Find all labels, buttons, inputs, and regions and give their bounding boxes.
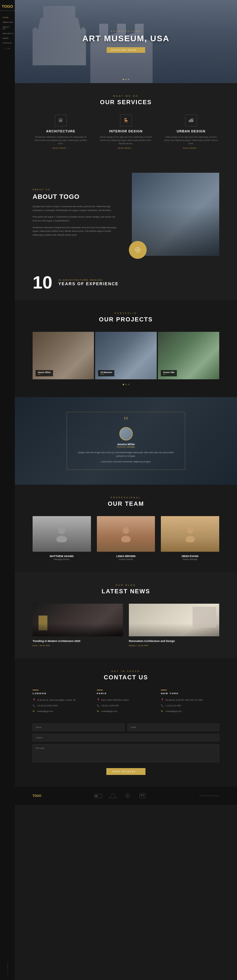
contact-newyork-email: ✉ contact@togo.com bbox=[161, 709, 219, 714]
contact-section: GET IN TOUCH CONTACT US LONDON 📍 14 Arco… bbox=[15, 658, 237, 787]
nav-services[interactable]: SERVICES bbox=[2, 21, 13, 24]
svg-rect-13 bbox=[139, 793, 145, 798]
contact-name-input[interactable] bbox=[33, 724, 125, 731]
architecture-icon: 🏛 bbox=[55, 115, 67, 126]
main-content: ARCHITECTURE ART MUSEUM, USA DISCOVER MO… bbox=[15, 0, 237, 805]
nav-projects[interactable]: PROJECTS bbox=[2, 32, 13, 35]
email-icon-ny: ✉ bbox=[161, 709, 164, 714]
services-section: WHAT WE DO OUR SERVICES 🏛 Architecture A… bbox=[15, 83, 237, 161]
nav-contact[interactable]: CONTACT bbox=[2, 41, 13, 45]
project-mansion-label: IVI Mansion NYC bbox=[98, 370, 114, 376]
hero-dot-1[interactable] bbox=[123, 79, 124, 80]
service-architecture-link[interactable]: READ MORE → bbox=[33, 147, 89, 149]
news-meta-1: Event | Jan 20, 2020 bbox=[33, 644, 123, 646]
location-icon-paris: 📍 bbox=[97, 698, 100, 703]
social-facebook[interactable]: f bbox=[5, 48, 5, 49]
hero-dot-2[interactable] bbox=[125, 79, 127, 80]
team-name-3: Heidi Evans bbox=[161, 555, 219, 558]
london-address-text: 14 Arcove St, Lower Kensington, London, … bbox=[37, 698, 76, 702]
news-item-2[interactable]: Renovation Architecture and Design Eleme… bbox=[129, 604, 219, 646]
team-member-3: Heidi Evans Finance Manager bbox=[161, 516, 219, 560]
svg-point-4 bbox=[121, 536, 131, 542]
project-house-location: CA bbox=[38, 373, 51, 375]
project-mansion[interactable]: IVI Mansion NYC bbox=[95, 332, 156, 379]
service-interior: 🪑 Interior Design Interior design at non… bbox=[98, 115, 154, 149]
footer-copyright: © 2019 Togo Architecture bbox=[199, 795, 219, 797]
news-title: LATEST NEWS bbox=[33, 588, 219, 595]
project-villa-name: Dream Villa bbox=[163, 371, 174, 373]
service-architecture: 🏛 Architecture Architecture bibendum vol… bbox=[33, 115, 89, 149]
news-title-1: Trending in Modern Architecture 2020 bbox=[33, 639, 123, 643]
partner-1 bbox=[93, 793, 103, 799]
contact-london: LONDON 📍 14 Arcove St, Lower Kensington,… bbox=[33, 690, 91, 715]
testimonial-box: " Jessica White Drone Inc, Manager Quali… bbox=[67, 412, 185, 470]
about-label: ABOUT US bbox=[33, 188, 120, 191]
hero-dot-3[interactable] bbox=[128, 79, 130, 80]
footer: TOGO bbox=[15, 787, 237, 805]
team-title: OUR TEAM bbox=[33, 500, 219, 507]
services-title: OUR SERVICES bbox=[33, 99, 219, 106]
partner-2 bbox=[108, 793, 117, 799]
nav-news[interactable]: NEWS bbox=[2, 37, 13, 40]
contact-submit-button[interactable]: SEND MESSAGE → bbox=[106, 768, 146, 775]
projects-dot-1[interactable] bbox=[123, 384, 124, 385]
testimonial-extra: Lorem ipsum sed amet consectetur adipisc… bbox=[76, 460, 176, 464]
interior-icon: 🪑 bbox=[120, 115, 132, 126]
about-image-column bbox=[132, 173, 219, 256]
service-interior-link[interactable]: READ MORE → bbox=[98, 147, 154, 149]
contact-message-input[interactable] bbox=[33, 745, 219, 762]
contact-paris-city: PARIS bbox=[97, 690, 155, 695]
testimonial-text: Quality: Duet like at eget sed mi and my… bbox=[76, 451, 176, 458]
project-mansion-location: NYC bbox=[100, 373, 112, 375]
contact-newyork-info: 📍 5th Avenue, Suite 987, New York, NY 10… bbox=[161, 698, 219, 714]
projects-dot-3[interactable] bbox=[128, 384, 130, 385]
brand-subtitle: ARCHITECTURE bbox=[0, 10, 17, 11]
contact-paris-phone: 📞 +33 (0) 1 2345 6789 bbox=[97, 703, 155, 708]
project-house-name: House Office bbox=[38, 371, 51, 373]
nav-about[interactable]: ABOUT US bbox=[2, 25, 13, 30]
projects-dots bbox=[33, 384, 219, 385]
team-photo-2 bbox=[97, 516, 155, 552]
years-section: 10 IN ARCHITECTURE DESIGN YEARS OF EXPER… bbox=[15, 268, 237, 300]
svg-rect-15 bbox=[143, 794, 144, 795]
service-urban-link[interactable]: READ MORE → bbox=[163, 147, 219, 149]
hero-content: ARCHITECTURE ART MUSEUM, USA DISCOVER MO… bbox=[82, 30, 169, 53]
contact-london-city: LONDON bbox=[33, 690, 91, 695]
team-role-2: Creative Director bbox=[97, 558, 155, 560]
svg-point-1 bbox=[58, 527, 65, 534]
service-urban-title: Urban Design bbox=[163, 129, 219, 133]
news-item-1[interactable]: Trending in Modern Architecture 2020 Eve… bbox=[33, 604, 123, 646]
team-section: PROFESSIONAL OUR TEAM Matthew Adams Mana… bbox=[15, 485, 237, 572]
email-icon: ✉ bbox=[33, 709, 36, 714]
team-role-1: Managing Director bbox=[33, 558, 91, 560]
projects-dot-2[interactable] bbox=[125, 384, 127, 385]
email-icon-paris: ✉ bbox=[97, 709, 100, 714]
svg-rect-8 bbox=[95, 795, 98, 797]
hero-discover-button[interactable]: DISCOVER MORE → bbox=[107, 47, 145, 53]
service-interior-desc: Interior design at non eget lacus the ma… bbox=[98, 135, 154, 145]
years-number: 10 bbox=[33, 274, 52, 291]
nav-menu: HOME SERVICES ABOUT US PROJECTS NEWS CON… bbox=[0, 16, 15, 45]
project-mansion-name: IVI Mansion bbox=[100, 371, 112, 373]
contact-paris-address: 📍 Paris 1 Allee 1456 Paris, France bbox=[97, 698, 155, 703]
testimonial-avatar bbox=[119, 427, 133, 441]
team-grid: Matthew Adams Managing Director Linda Br… bbox=[33, 516, 219, 560]
social-instagram[interactable]: in bbox=[8, 48, 10, 49]
news-event-1: Event bbox=[33, 644, 37, 646]
urban-icon: 🏙 bbox=[185, 115, 197, 126]
contact-newyork-city: NEW YORK bbox=[161, 690, 219, 695]
service-interior-title: Interior Design bbox=[98, 129, 154, 133]
project-house[interactable]: House Office CA bbox=[33, 332, 94, 379]
news-image-1 bbox=[33, 604, 123, 636]
nav-home[interactable]: HOME bbox=[2, 16, 13, 19]
london-email-text: contact@togo.com bbox=[37, 710, 53, 713]
svg-point-2 bbox=[56, 536, 67, 542]
social-twitter[interactable]: t bbox=[6, 48, 7, 49]
contact-paris-info: 📍 Paris 1 Allee 1456 Paris, France 📞 +33… bbox=[97, 698, 155, 714]
project-villa[interactable]: Dream Villa CA bbox=[158, 332, 219, 379]
contact-london-phone: 📞 +44 (0) 20 12345 12345 bbox=[33, 703, 91, 708]
team-member-1: Matthew Adams Managing Director bbox=[33, 516, 91, 560]
contact-subject-input[interactable] bbox=[33, 734, 219, 741]
contact-email-input[interactable] bbox=[127, 724, 219, 731]
news-event-2: Element bbox=[129, 644, 135, 646]
